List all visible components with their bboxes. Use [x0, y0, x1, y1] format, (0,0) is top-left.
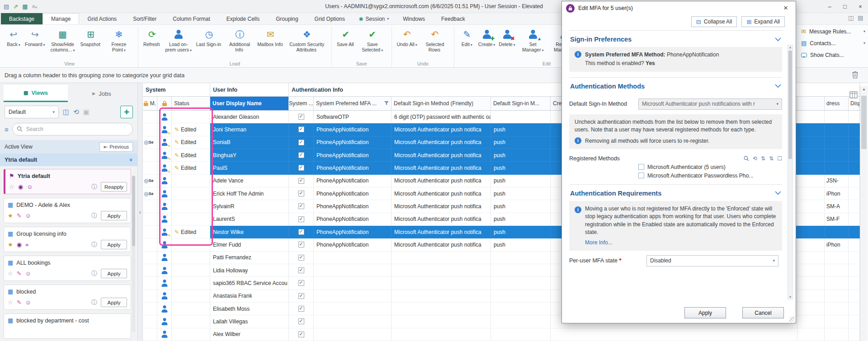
dialog-scrollbar[interactable]	[788, 45, 793, 299]
customize-toolbar-icon[interactable]: ≡▾	[32, 3, 38, 10]
per-user-mfa-state-select[interactable]: Disabled ▾	[646, 255, 778, 266]
ribbon-tab[interactable]: Explode Cells	[218, 13, 268, 24]
view-option-icon[interactable]: ✎	[17, 270, 22, 277]
view-card[interactable]: ▦ blocked ☆ ✎ ☺ ⓘ Apply	[4, 285, 131, 310]
column-header-mfa[interactable]: System Preferred MFA ...	[314, 97, 392, 110]
expand-all-button[interactable]: ⊞ Expand All	[741, 16, 785, 27]
grid-icon[interactable]: ▦	[22, 3, 28, 10]
ribbon-button[interactable]: ↩ Back▾	[5, 26, 23, 60]
section-authentication-methods[interactable]: Authentication Methods	[569, 78, 782, 94]
collapse-all-button[interactable]: ⊟ Collapse All	[691, 16, 737, 27]
row-checkbox[interactable]	[298, 152, 304, 158]
view-card[interactable]: ▦ ALL bookings ☆ ✎ ☺ ⓘ Apply	[4, 256, 131, 281]
ribbon-tab[interactable]: Backstage	[1, 13, 42, 24]
view-card[interactable]: ⚑ Ytria default ☆ ◉ ☺ ⓘ Reapply	[4, 169, 131, 194]
ribbon-button[interactable]: ✔ Save Selected▾	[357, 26, 388, 60]
scroll-down-icon[interactable]	[788, 295, 793, 299]
row-checkbox[interactable]	[298, 255, 304, 261]
ribbon-button[interactable]: ◷ Last Sign-in	[195, 26, 223, 60]
default-signin-method-select[interactable]: Microsoft Authenticator push notificatio…	[638, 98, 782, 110]
ribbon-button[interactable]: ▴ Set Manager▾	[518, 26, 548, 60]
ribbon-tab[interactable]: ◉ Session ▾	[353, 13, 395, 24]
ribbon-button[interactable]: ↶ Selected Rows	[420, 26, 450, 60]
view-card[interactable]: ▦ DEMO - Adele & Alex ★ ✎ ☺ ⓘ Apply	[4, 198, 131, 223]
column-header-name[interactable]: User Display Name	[210, 97, 289, 110]
row-checkbox[interactable]	[298, 140, 304, 145]
row-checkbox[interactable]	[298, 332, 304, 337]
row-checkbox[interactable]	[298, 267, 304, 273]
column-header-address[interactable]: dress	[825, 97, 849, 110]
layout-icon[interactable]: ◫	[63, 108, 69, 116]
more-info-link[interactable]: More Info...	[585, 239, 777, 247]
sidebar-collapse-handle[interactable]: ‹	[137, 83, 143, 341]
save-view-icon[interactable]: ▣	[83, 108, 90, 116]
ribbon-button[interactable]: ↶ Undo All▾	[396, 26, 419, 60]
favorite-star-icon[interactable]: ☆	[8, 299, 13, 306]
reset-icon[interactable]: ⟲	[73, 108, 79, 116]
method-checkbox[interactable]	[638, 173, 644, 178]
filter-icon[interactable]	[384, 101, 389, 106]
ribbon-button[interactable]: ↪ Forward▾	[24, 26, 47, 60]
row-checkbox[interactable]	[298, 280, 304, 286]
contacts-item[interactable]: ▤ Contacts... ▾	[801, 39, 867, 47]
ribbon-button[interactable]: ⓘ Additional Info	[224, 26, 255, 60]
band-system[interactable]: System	[143, 83, 210, 96]
apply-view-button[interactable]: Apply	[101, 269, 127, 278]
add-view-button[interactable]: ✚	[120, 106, 133, 118]
ribbon-tab[interactable]: Feedback	[433, 13, 473, 24]
row-checkbox[interactable]	[298, 203, 304, 209]
row-checkbox[interactable]	[298, 114, 304, 120]
row-checkbox[interactable]	[298, 126, 304, 132]
sidebar-scrollbar[interactable]	[132, 176, 135, 332]
apply-button[interactable]: Apply	[684, 307, 726, 318]
view-group-header[interactable]: Ytria default »	[0, 154, 137, 166]
favorite-star-icon[interactable]: ☆	[8, 270, 13, 277]
ribbon-button[interactable]: ⊞ Snapshot	[79, 26, 103, 60]
view-share-icon[interactable]: ☺	[27, 183, 33, 190]
scroll-up-icon[interactable]	[860, 86, 868, 93]
ribbon-tab[interactable]: Column Format	[165, 13, 218, 24]
ribbon-tab[interactable]: Grid Actions	[79, 13, 125, 24]
minimize-button[interactable]: –	[822, 0, 837, 13]
message-rules-item[interactable]: ✉ Message Rules... ▾	[801, 27, 867, 36]
view-option-icon[interactable]: ◉	[18, 183, 23, 190]
ribbon-button[interactable]: ✎ Edit▾	[458, 26, 476, 60]
favorite-star-icon[interactable]: ★	[8, 212, 13, 219]
row-checkbox[interactable]	[298, 306, 304, 312]
search-icon[interactable]	[744, 156, 749, 161]
search-input[interactable]	[12, 123, 133, 135]
grid-vertical-scrollbar[interactable]	[860, 86, 868, 341]
row-checkbox[interactable]	[298, 178, 304, 184]
registered-method-item[interactable]: Microsoft Authenticator Passwordless Pho…	[638, 173, 782, 179]
column-header-signin[interactable]: Default Sign-in M...	[491, 97, 551, 110]
ribbon-button[interactable]: ✖ Delete▾	[497, 26, 516, 60]
ribbon-button[interactable]: ❄ Freeze Point▾	[104, 26, 134, 60]
ribbon-button[interactable]: ▦ Show/Hide columns...▾	[47, 26, 78, 60]
ribbon-button[interactable]: ✉ Mailbox Info	[256, 26, 285, 60]
profile-select[interactable]: Default ▾	[5, 106, 59, 118]
resize-grip[interactable]	[789, 317, 795, 322]
ribbon-tab[interactable]: Grid Options	[307, 13, 353, 24]
view-share-icon[interactable]: ☺	[25, 212, 31, 219]
row-checkbox[interactable]	[298, 191, 304, 196]
ribbon-tab[interactable]: Manage	[42, 13, 79, 24]
export-icon[interactable]: ⇗	[13, 3, 18, 10]
apply-view-button[interactable]: Apply	[101, 298, 127, 307]
expand-group-icon[interactable]: »	[128, 159, 135, 162]
column-header-status[interactable]: Status	[172, 97, 210, 110]
scrollbar-thumb[interactable]	[788, 51, 792, 159]
row-checkbox[interactable]	[298, 165, 304, 171]
favorite-star-icon[interactable]: ☆	[9, 183, 14, 190]
scroll-up-icon[interactable]	[788, 46, 793, 49]
method-checkbox[interactable]	[638, 164, 644, 170]
ribbon-tab[interactable]: Windows	[395, 13, 433, 24]
column-header-friendly[interactable]: Default Sign-in Method (Friendly)	[392, 97, 491, 110]
ribbon-button[interactable]: ❖ Custom Security Attributes	[286, 26, 328, 60]
view-share-icon[interactable]: ☺	[25, 270, 31, 277]
view-option-icon[interactable]: ✎	[17, 299, 22, 306]
apply-view-button[interactable]: Reapply	[101, 182, 127, 192]
view-option-icon[interactable]: ◉	[17, 241, 22, 248]
filter-icon[interactable]: ≡	[5, 126, 9, 133]
row-checkbox[interactable]	[298, 318, 304, 324]
people-icon[interactable]: ◫	[848, 14, 854, 21]
